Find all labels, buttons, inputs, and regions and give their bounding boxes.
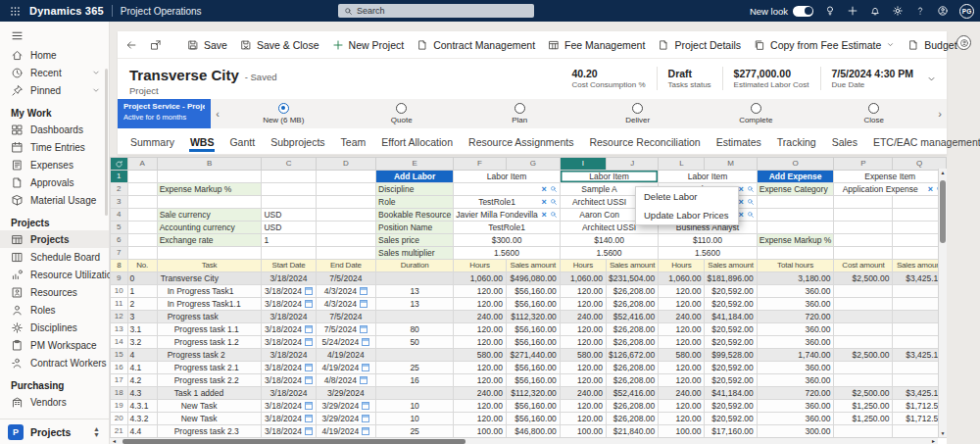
column-header-E[interactable]: E <box>376 158 454 171</box>
grid-cell[interactable]: 7/5/2024 <box>316 323 375 336</box>
cmd-project-details-button[interactable]: Project Details <box>658 39 741 51</box>
hscroll-thumb[interactable] <box>122 439 466 444</box>
sidebar-item-pinned[interactable]: Pinned <box>0 81 109 99</box>
row-header-19[interactable]: 19 <box>111 400 128 413</box>
grid-cell[interactable]: Progress task 2 <box>157 349 262 362</box>
grid-cell[interactable] <box>127 171 157 183</box>
grid-cell[interactable]: 240.00 <box>454 311 507 323</box>
grid-cell[interactable]: 10 <box>376 413 454 425</box>
bpf-stage-close[interactable]: Close <box>815 99 934 128</box>
grid-cell[interactable]: $56,160.00 <box>506 336 560 349</box>
grid-cell[interactable]: Labor Item <box>560 171 658 183</box>
grid-cell[interactable]: 580.00 <box>560 349 606 362</box>
plus-icon[interactable] <box>847 5 858 17</box>
help-icon[interactable] <box>914 5 926 17</box>
grid-cell[interactable]: 4/3/2024 <box>316 298 375 311</box>
grid-cell[interactable]: $2,500.00 <box>834 387 893 400</box>
grid-cell[interactable]: 360.00 <box>757 285 834 298</box>
clear-icon[interactable]: × <box>738 211 743 220</box>
row-header-2[interactable]: 2 <box>111 183 128 196</box>
grid-cell[interactable]: $56,160.00 <box>506 413 560 425</box>
grid-cell[interactable]: 3/18/2024 <box>262 349 316 362</box>
calendar-icon[interactable] <box>362 402 369 410</box>
row-header-1[interactable]: 1 <box>111 171 128 183</box>
grid-cell[interactable] <box>157 171 262 183</box>
grid-cell[interactable]: 3/18/2024 <box>262 298 316 311</box>
cmd-contract-management-button[interactable]: Contract Management <box>416 39 535 51</box>
grid-cell[interactable] <box>157 247 262 260</box>
task-col-task[interactable]: Task <box>157 260 262 272</box>
header-collapse-icon[interactable] <box>926 74 937 84</box>
grid-cell[interactable]: $56,160.00 <box>506 285 560 298</box>
row-header-13[interactable]: 13 <box>111 323 128 336</box>
grid-cell[interactable]: 120.00 <box>560 285 606 298</box>
bpf-next-icon[interactable]: › <box>933 99 947 128</box>
grid-cell[interactable]: 4.3 <box>127 387 157 400</box>
sidebar-item-pm-workspace[interactable]: PM Workspace <box>0 336 109 354</box>
help-widget-icon[interactable] <box>956 35 971 50</box>
grid-cell[interactable] <box>757 222 834 234</box>
grid-cell[interactable] <box>757 196 834 209</box>
sidebar-item-recent[interactable]: Recent <box>0 64 109 81</box>
grid-cell[interactable]: 0 <box>127 272 157 285</box>
grid-cell[interactable]: 120.00 <box>659 400 705 413</box>
grid-cell[interactable] <box>262 171 316 183</box>
grid-cell[interactable]: 360.00 <box>757 400 834 413</box>
vertical-scrollbar[interactable]: ▲▼ <box>938 169 947 437</box>
grid-cell[interactable]: 7/5/2024 <box>316 272 375 285</box>
grid-cell[interactable]: Position Name <box>376 222 454 234</box>
grid-cell[interactable]: $181,896.00 <box>705 272 757 285</box>
grid-cell[interactable]: $56,160.00 <box>506 323 560 336</box>
grid-cell[interactable]: 120.00 <box>560 323 606 336</box>
column-header-G[interactable]: G <box>506 158 560 171</box>
tab-estimates[interactable]: Estimates <box>715 131 762 152</box>
grid-cell[interactable]: 120.00 <box>560 362 606 374</box>
task-col-sales-amount[interactable]: Sales amount <box>607 260 659 272</box>
calendar-icon[interactable] <box>305 376 313 384</box>
grid-cell[interactable] <box>834 285 893 298</box>
grid-cell[interactable]: $20,592.00 <box>705 323 757 336</box>
sidebar-item-home[interactable]: Home <box>0 46 109 64</box>
sidebar-item-material-usage[interactable]: Material Usage <box>0 191 109 209</box>
row-header-14[interactable]: 14 <box>111 336 128 349</box>
grid-cell[interactable]: $52,416.00 <box>607 311 659 323</box>
grid-cell[interactable]: 120.00 <box>659 298 705 311</box>
grid-cell[interactable]: Progress task 2.2 <box>157 374 262 387</box>
grid-cell[interactable]: 80 <box>376 323 454 336</box>
grid-cell[interactable]: 240.00 <box>454 387 507 400</box>
grid-cell[interactable]: 16 <box>376 374 454 387</box>
tab-resource-assignments[interactable]: Resource Assignments <box>467 131 574 152</box>
task-col-sales-amount[interactable]: Sales amount <box>705 260 757 272</box>
grid-cell[interactable]: $20,592.00 <box>705 374 757 387</box>
grid-cell[interactable]: Bookable Resource <box>376 209 454 222</box>
row-header-8[interactable]: 8 <box>111 260 128 272</box>
calendar-icon[interactable] <box>305 427 313 435</box>
brand-logo[interactable]: Dynamics 365 <box>29 5 104 17</box>
grid-cell[interactable]: $99,528.00 <box>705 349 757 362</box>
row-header-15[interactable]: 15 <box>111 349 128 362</box>
row-header-18[interactable]: 18 <box>111 387 128 400</box>
grid-cell[interactable]: Task 1 added <box>157 387 262 400</box>
grid-cell[interactable]: Role <box>376 196 454 209</box>
grid-cell[interactable]: 1 <box>262 234 316 247</box>
grid-cell[interactable]: Progress task 2.1 <box>157 362 262 374</box>
calendar-icon[interactable] <box>305 287 313 295</box>
grid-cell[interactable] <box>262 183 316 196</box>
grid-cell[interactable]: 240.00 <box>560 387 606 400</box>
grid-cell[interactable]: In Progress Task1 <box>157 285 262 298</box>
grid-cell[interactable]: 300.00 <box>757 425 834 438</box>
grid-cell[interactable] <box>316 196 375 209</box>
grid-cell[interactable] <box>376 349 454 362</box>
tab-sales[interactable]: Sales <box>831 131 858 152</box>
grid-cell[interactable]: 4 <box>127 349 157 362</box>
row-header-9[interactable]: 9 <box>111 272 128 285</box>
sidebar-item-vendors[interactable]: Vendors <box>0 393 109 411</box>
grid-cell[interactable]: $56,160.00 <box>506 374 560 387</box>
grid-cell[interactable]: $20,592.00 <box>705 413 757 425</box>
grid-cell[interactable]: 360.00 <box>757 323 834 336</box>
lookup-search-icon[interactable] <box>747 198 755 206</box>
grid-cell[interactable]: 120.00 <box>560 374 606 387</box>
grid-cell[interactable]: 120.00 <box>659 323 705 336</box>
cmd-fee-management-button[interactable]: Fee Management <box>548 39 645 51</box>
lookup-search-icon[interactable] <box>550 198 558 206</box>
